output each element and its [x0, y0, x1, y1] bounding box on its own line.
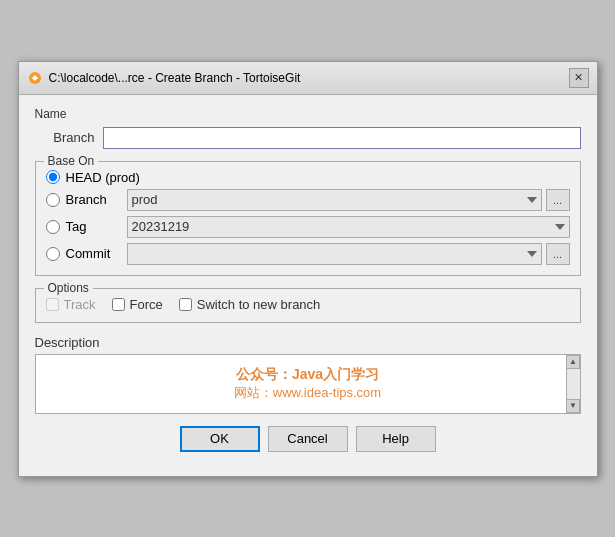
branch-radio[interactable] — [46, 193, 60, 207]
switch-checkbox-item: Switch to new branch — [179, 297, 321, 312]
branch-combo[interactable]: prod — [127, 189, 542, 211]
branch-field-label: Branch — [35, 130, 95, 145]
branch-name-row: Branch — [35, 127, 581, 149]
commit-combo[interactable] — [127, 243, 542, 265]
switch-label: Switch to new branch — [197, 297, 321, 312]
title-bar: C:\localcode\...rce - Create Branch - To… — [19, 62, 597, 95]
tag-option-row: Tag 20231219 — [46, 216, 570, 238]
description-section: Description ▲ ▼ 公众号：Java入门学习 网站：www.idea… — [35, 335, 581, 414]
window-title: C:\localcode\...rce - Create Branch - To… — [49, 71, 301, 85]
base-on-legend: Base On — [44, 154, 99, 168]
name-label: Name — [35, 107, 581, 121]
head-label: HEAD (prod) — [66, 170, 140, 185]
description-label: Description — [35, 335, 581, 350]
close-button[interactable]: ✕ — [569, 68, 589, 88]
base-on-group: Base On HEAD (prod) Branch prod ... — [35, 161, 581, 276]
scroll-up-arrow[interactable]: ▲ — [566, 355, 580, 369]
branch-radio-label: Branch — [66, 192, 121, 207]
head-option-row: HEAD (prod) — [46, 170, 570, 185]
dialog-window: C:\localcode\...rce - Create Branch - To… — [18, 61, 598, 477]
force-checkbox-item: Force — [112, 297, 163, 312]
switch-checkbox[interactable] — [179, 298, 192, 311]
force-checkbox[interactable] — [112, 298, 125, 311]
tag-radio[interactable] — [46, 220, 60, 234]
commit-radio-label: Commit — [66, 246, 121, 261]
help-button[interactable]: Help — [356, 426, 436, 452]
ok-button[interactable]: OK — [180, 426, 260, 452]
dialog-content: Name Branch Base On HEAD (prod) Branch p… — [19, 95, 597, 476]
options-legend: Options — [44, 281, 93, 295]
window-icon — [27, 70, 43, 86]
head-radio[interactable] — [46, 170, 60, 184]
options-group: Options Track Force Switch to new branch — [35, 288, 581, 323]
branch-option-row: Branch prod ... — [46, 189, 570, 211]
description-textarea[interactable] — [36, 355, 566, 413]
options-row: Track Force Switch to new branch — [46, 297, 570, 312]
description-wrapper: ▲ ▼ 公众号：Java入门学习 网站：www.idea-tips.com — [35, 354, 581, 414]
branch-name-input[interactable] — [103, 127, 581, 149]
description-scrollbar: ▲ ▼ — [566, 355, 580, 413]
tag-radio-label: Tag — [66, 219, 121, 234]
tag-combo[interactable]: 20231219 — [127, 216, 570, 238]
force-label: Force — [130, 297, 163, 312]
track-checkbox-item: Track — [46, 297, 96, 312]
commit-browse-button[interactable]: ... — [546, 243, 570, 265]
name-section: Name Branch — [35, 107, 581, 149]
button-row: OK Cancel Help — [35, 426, 581, 464]
cancel-button[interactable]: Cancel — [268, 426, 348, 452]
scroll-down-arrow[interactable]: ▼ — [566, 399, 580, 413]
commit-option-row: Commit ... — [46, 243, 570, 265]
track-checkbox[interactable] — [46, 298, 59, 311]
track-label: Track — [64, 297, 96, 312]
branch-browse-button[interactable]: ... — [546, 189, 570, 211]
commit-radio[interactable] — [46, 247, 60, 261]
